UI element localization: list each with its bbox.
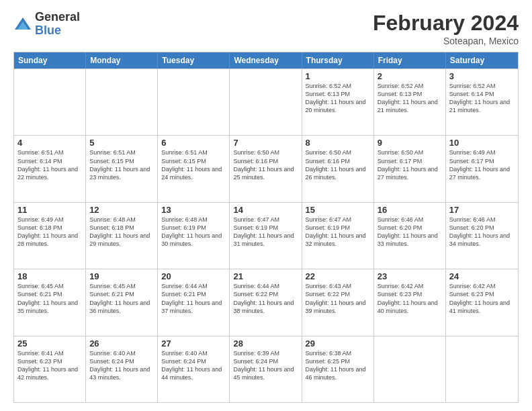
cal-cell: 6Sunrise: 6:51 AM Sunset: 6:15 PM Daylig… bbox=[158, 136, 230, 201]
cell-info: Sunrise: 6:44 AM Sunset: 6:22 PM Dayligh… bbox=[233, 282, 298, 315]
cell-info: Sunrise: 6:51 AM Sunset: 6:14 PM Dayligh… bbox=[17, 148, 82, 181]
cal-cell: 25Sunrise: 6:41 AM Sunset: 6:23 PM Dayli… bbox=[14, 336, 86, 402]
cal-header-monday: Monday bbox=[86, 52, 158, 68]
cell-day-number: 21 bbox=[233, 271, 298, 281]
cal-cell: 14Sunrise: 6:47 AM Sunset: 6:19 PM Dayli… bbox=[230, 203, 302, 269]
cal-row-0: 1Sunrise: 6:52 AM Sunset: 6:13 PM Daylig… bbox=[14, 68, 518, 135]
cal-cell: 4Sunrise: 6:51 AM Sunset: 6:14 PM Daylig… bbox=[14, 136, 86, 201]
cell-info: Sunrise: 6:40 AM Sunset: 6:24 PM Dayligh… bbox=[161, 349, 226, 382]
cell-info: Sunrise: 6:49 AM Sunset: 6:18 PM Dayligh… bbox=[17, 216, 82, 248]
cal-cell: 7Sunrise: 6:50 AM Sunset: 6:16 PM Daylig… bbox=[230, 136, 302, 201]
cell-info: Sunrise: 6:52 AM Sunset: 6:13 PM Dayligh… bbox=[306, 82, 370, 115]
cell-day-number: 10 bbox=[449, 138, 515, 148]
cal-header-thursday: Thursday bbox=[302, 52, 374, 68]
cell-day-number: 17 bbox=[449, 205, 515, 215]
cell-info: Sunrise: 6:42 AM Sunset: 6:23 PM Dayligh… bbox=[449, 282, 515, 315]
cell-info: Sunrise: 6:49 AM Sunset: 6:17 PM Dayligh… bbox=[449, 148, 515, 181]
cal-cell: 5Sunrise: 6:51 AM Sunset: 6:15 PM Daylig… bbox=[86, 136, 158, 201]
cal-cell: 21Sunrise: 6:44 AM Sunset: 6:22 PM Dayli… bbox=[230, 269, 302, 335]
cal-cell bbox=[158, 69, 230, 135]
cell-info: Sunrise: 6:50 AM Sunset: 6:17 PM Dayligh… bbox=[378, 148, 442, 181]
cell-info: Sunrise: 6:39 AM Sunset: 6:24 PM Dayligh… bbox=[233, 349, 298, 382]
cell-day-number: 28 bbox=[233, 338, 298, 349]
logo-blue-text: Blue bbox=[35, 24, 80, 38]
cell-day-number: 6 bbox=[161, 138, 226, 148]
logo-text: General Blue bbox=[35, 11, 80, 38]
cell-day-number: 19 bbox=[89, 271, 154, 281]
cell-info: Sunrise: 6:46 AM Sunset: 6:20 PM Dayligh… bbox=[449, 216, 515, 248]
cal-cell: 27Sunrise: 6:40 AM Sunset: 6:24 PM Dayli… bbox=[158, 336, 230, 402]
cell-day-number: 1 bbox=[306, 71, 370, 81]
cal-cell: 22Sunrise: 6:43 AM Sunset: 6:22 PM Dayli… bbox=[302, 269, 374, 335]
cell-day-number: 16 bbox=[378, 205, 442, 215]
cal-header-saturday: Saturday bbox=[446, 52, 518, 68]
cell-info: Sunrise: 6:42 AM Sunset: 6:23 PM Dayligh… bbox=[378, 282, 442, 315]
cal-cell bbox=[230, 69, 302, 135]
cell-day-number: 3 bbox=[449, 71, 515, 81]
cal-cell: 29Sunrise: 6:38 AM Sunset: 6:25 PM Dayli… bbox=[302, 336, 374, 402]
cell-day-number: 23 bbox=[378, 271, 442, 281]
calendar: SundayMondayTuesdayWednesdayThursdayFrid… bbox=[13, 52, 519, 403]
cal-cell bbox=[446, 336, 518, 402]
cal-cell: 10Sunrise: 6:49 AM Sunset: 6:17 PM Dayli… bbox=[446, 136, 518, 201]
cell-day-number: 8 bbox=[306, 138, 370, 148]
cell-day-number: 13 bbox=[161, 205, 226, 215]
cell-info: Sunrise: 6:47 AM Sunset: 6:19 PM Dayligh… bbox=[233, 216, 298, 248]
cell-info: Sunrise: 6:43 AM Sunset: 6:22 PM Dayligh… bbox=[306, 282, 370, 315]
calendar-title: February 2024 bbox=[373, 11, 519, 36]
header: General Blue February 2024 Soteapan, Mex… bbox=[13, 11, 519, 46]
cell-info: Sunrise: 6:51 AM Sunset: 6:15 PM Dayligh… bbox=[161, 148, 226, 181]
cal-cell: 26Sunrise: 6:40 AM Sunset: 6:24 PM Dayli… bbox=[86, 336, 158, 402]
cal-cell: 1Sunrise: 6:52 AM Sunset: 6:13 PM Daylig… bbox=[302, 69, 374, 135]
cell-info: Sunrise: 6:52 AM Sunset: 6:14 PM Dayligh… bbox=[449, 82, 515, 115]
cell-info: Sunrise: 6:41 AM Sunset: 6:23 PM Dayligh… bbox=[17, 349, 82, 382]
cal-cell: 17Sunrise: 6:46 AM Sunset: 6:20 PM Dayli… bbox=[446, 203, 518, 269]
cell-day-number: 9 bbox=[378, 138, 442, 148]
cell-day-number: 22 bbox=[306, 271, 370, 281]
cal-cell bbox=[374, 336, 446, 402]
cal-cell: 13Sunrise: 6:48 AM Sunset: 6:19 PM Dayli… bbox=[158, 203, 230, 269]
cell-info: Sunrise: 6:46 AM Sunset: 6:20 PM Dayligh… bbox=[378, 216, 442, 248]
cell-info: Sunrise: 6:44 AM Sunset: 6:21 PM Dayligh… bbox=[161, 282, 226, 315]
cell-info: Sunrise: 6:48 AM Sunset: 6:18 PM Dayligh… bbox=[89, 216, 154, 248]
cell-day-number: 27 bbox=[161, 338, 226, 349]
cell-day-number: 15 bbox=[306, 205, 370, 215]
calendar-location: Soteapan, Mexico bbox=[373, 36, 519, 46]
logo: General Blue bbox=[13, 11, 80, 38]
cell-day-number: 11 bbox=[17, 205, 82, 215]
cal-cell: 20Sunrise: 6:44 AM Sunset: 6:21 PM Dayli… bbox=[158, 269, 230, 335]
cal-cell: 9Sunrise: 6:50 AM Sunset: 6:17 PM Daylig… bbox=[374, 136, 446, 201]
cell-day-number: 18 bbox=[17, 271, 82, 281]
logo-icon bbox=[13, 15, 32, 34]
cal-header-sunday: Sunday bbox=[14, 52, 86, 68]
cal-row-3: 18Sunrise: 6:45 AM Sunset: 6:21 PM Dayli… bbox=[14, 269, 518, 335]
cal-cell: 16Sunrise: 6:46 AM Sunset: 6:20 PM Dayli… bbox=[374, 203, 446, 269]
cell-info: Sunrise: 6:52 AM Sunset: 6:13 PM Dayligh… bbox=[378, 82, 442, 115]
cell-day-number: 4 bbox=[17, 138, 82, 148]
cell-day-number: 14 bbox=[233, 205, 298, 215]
cal-row-4: 25Sunrise: 6:41 AM Sunset: 6:23 PM Dayli… bbox=[14, 336, 518, 402]
cal-cell bbox=[14, 69, 86, 135]
cell-info: Sunrise: 6:50 AM Sunset: 6:16 PM Dayligh… bbox=[233, 148, 298, 181]
calendar-body: 1Sunrise: 6:52 AM Sunset: 6:13 PM Daylig… bbox=[14, 68, 518, 402]
cell-day-number: 25 bbox=[17, 338, 82, 349]
title-block: February 2024 Soteapan, Mexico bbox=[373, 11, 519, 46]
cal-cell: 18Sunrise: 6:45 AM Sunset: 6:21 PM Dayli… bbox=[14, 269, 86, 335]
cell-info: Sunrise: 6:51 AM Sunset: 6:15 PM Dayligh… bbox=[89, 148, 154, 181]
cell-day-number: 12 bbox=[89, 205, 154, 215]
page: General Blue February 2024 Soteapan, Mex… bbox=[0, 0, 532, 411]
cal-header-tuesday: Tuesday bbox=[158, 52, 230, 68]
cal-row-2: 11Sunrise: 6:49 AM Sunset: 6:18 PM Dayli… bbox=[14, 202, 518, 269]
cell-day-number: 24 bbox=[449, 271, 515, 281]
cell-info: Sunrise: 6:45 AM Sunset: 6:21 PM Dayligh… bbox=[17, 282, 82, 315]
cell-day-number: 7 bbox=[233, 138, 298, 148]
cell-info: Sunrise: 6:40 AM Sunset: 6:24 PM Dayligh… bbox=[89, 349, 154, 382]
cal-cell: 8Sunrise: 6:50 AM Sunset: 6:16 PM Daylig… bbox=[302, 136, 374, 201]
cal-cell: 28Sunrise: 6:39 AM Sunset: 6:24 PM Dayli… bbox=[230, 336, 302, 402]
cal-cell bbox=[86, 69, 158, 135]
cal-cell: 24Sunrise: 6:42 AM Sunset: 6:23 PM Dayli… bbox=[446, 269, 518, 335]
cal-cell: 2Sunrise: 6:52 AM Sunset: 6:13 PM Daylig… bbox=[374, 69, 446, 135]
cell-day-number: 2 bbox=[378, 71, 442, 81]
calendar-header: SundayMondayTuesdayWednesdayThursdayFrid… bbox=[14, 52, 518, 68]
cell-info: Sunrise: 6:45 AM Sunset: 6:21 PM Dayligh… bbox=[89, 282, 154, 315]
